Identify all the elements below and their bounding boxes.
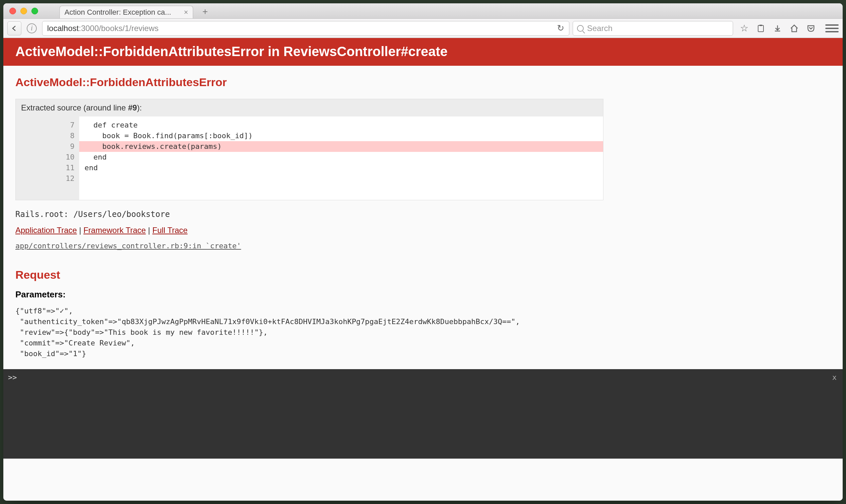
search-placeholder: Search xyxy=(587,24,612,33)
pocket-icon[interactable] xyxy=(805,23,816,34)
code-line: end xyxy=(79,152,603,163)
trace-links: Application Trace | Framework Trace | Fu… xyxy=(15,226,831,235)
maximize-window-button[interactable] xyxy=(31,8,38,14)
bookmark-star-icon[interactable]: ☆ xyxy=(738,23,750,34)
tab-close-icon[interactable]: × xyxy=(184,8,188,17)
source-table: 789101112 def create book = Book.find(pa… xyxy=(16,116,603,200)
reading-list-icon[interactable] xyxy=(755,23,766,34)
minimize-window-button[interactable] xyxy=(20,8,27,14)
reload-icon[interactable]: ↻ xyxy=(557,23,564,33)
extracted-line-number: #9 xyxy=(128,103,137,112)
close-window-button[interactable] xyxy=(10,8,16,14)
url-host: localhost xyxy=(47,24,79,33)
titlebar: Action Controller: Exception ca... × + xyxy=(3,3,843,19)
parameters-label: Parameters: xyxy=(15,289,831,300)
application-trace-link[interactable]: Application Trace xyxy=(15,226,77,235)
back-arrow-icon xyxy=(11,25,18,32)
home-icon[interactable] xyxy=(789,23,800,34)
error-subtitle: ActiveModel::ForbiddenAttributesError xyxy=(15,76,831,89)
menu-button[interactable] xyxy=(825,22,839,35)
browser-tab[interactable]: Action Controller: Exception ca... × xyxy=(59,6,193,18)
tab-title: Action Controller: Exception ca... xyxy=(65,8,181,17)
downloads-icon[interactable] xyxy=(772,23,783,34)
code-line: end xyxy=(79,163,603,173)
trace-file-link[interactable]: app/controllers/reviews_controller.rb:9:… xyxy=(15,242,241,250)
framework-trace-link[interactable]: Framework Trace xyxy=(84,226,146,235)
console-close-icon[interactable]: x xyxy=(832,373,836,381)
source-extract: Extracted source (around line #9): 78910… xyxy=(15,99,603,200)
console-prompt: >> xyxy=(8,373,17,381)
line-number: 11 xyxy=(16,163,74,173)
line-numbers: 789101112 xyxy=(16,116,79,200)
line-number: 9 xyxy=(16,141,74,152)
full-trace-link[interactable]: Full Trace xyxy=(152,226,187,235)
house-icon xyxy=(790,24,798,33)
site-info-icon[interactable]: i xyxy=(27,23,37,33)
line-number: 8 xyxy=(16,130,74,141)
web-console[interactable]: >> x xyxy=(3,369,843,458)
clipboard-icon xyxy=(757,24,765,32)
error-title: ActiveModel::ForbiddenAttributesError in… xyxy=(3,38,843,66)
browser-window: Action Controller: Exception ca... × + i… xyxy=(3,3,843,501)
browser-toolbar: i localhost:3000/books/1/reviews ↻ Searc… xyxy=(3,19,843,38)
line-number: 12 xyxy=(16,173,74,184)
url-path: /books/1/reviews xyxy=(99,24,159,33)
code-line: book.reviews.create(params) xyxy=(79,141,603,152)
request-header: Request xyxy=(15,268,831,281)
window-controls xyxy=(10,8,38,14)
rails-root: Rails.root: /Users/leo/bookstore xyxy=(15,210,831,219)
extracted-suffix: ): xyxy=(137,103,142,112)
search-bar[interactable]: Search xyxy=(573,21,733,36)
code-line: def create xyxy=(79,120,603,130)
url-port: :3000 xyxy=(79,24,99,33)
error-body: ActiveModel::ForbiddenAttributesError Ex… xyxy=(3,66,843,369)
line-number: 10 xyxy=(16,152,74,163)
download-arrow-icon xyxy=(774,24,781,32)
pocket-shield-icon xyxy=(807,24,815,33)
search-icon xyxy=(577,25,584,32)
new-tab-button[interactable]: + xyxy=(201,7,210,16)
line-number: 7 xyxy=(16,120,74,130)
extracted-label: Extracted source (around line xyxy=(21,103,128,112)
back-button[interactable] xyxy=(7,21,21,35)
page-content: ActiveModel::ForbiddenAttributesError in… xyxy=(3,38,843,501)
code-line: book = Book.find(params[:book_id]) xyxy=(79,130,603,141)
source-header: Extracted source (around line #9): xyxy=(16,99,603,116)
code-lines: def create book = Book.find(params[:book… xyxy=(79,116,603,200)
svg-rect-0 xyxy=(758,25,763,32)
svg-rect-1 xyxy=(759,25,762,26)
parameters-body: {"utf8"=>"✓", "authenticity_token"=>"qb8… xyxy=(15,306,831,359)
url-bar[interactable]: localhost:3000/books/1/reviews ↻ xyxy=(42,21,569,36)
